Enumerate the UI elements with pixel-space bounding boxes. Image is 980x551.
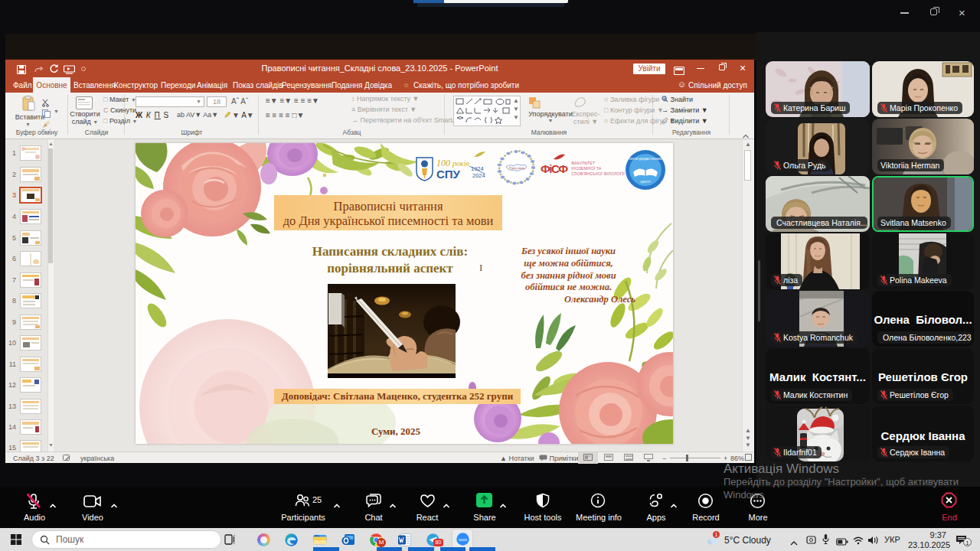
svg-text:100 років: 100 років [436,158,469,168]
svg-text:Рідна мова: Рідна мова [509,166,525,170]
svg-text:1924: 1924 [471,165,484,172]
svg-text:zoom: zoom [459,538,467,542]
svg-text:ФіСФ: ФіСФ [541,162,568,175]
svg-text:ЛІНГВОДИДАКТИЧНИЙ: ЛІНГВОДИДАКТИЧНИЙ [629,157,662,161]
svg-text:СПУ: СПУ [436,168,461,181]
svg-text:ЦЕНТР: ЦЕНТР [640,180,651,184]
svg-text:СЛОВ'ЯНСЬКОЇ ФІЛОЛОГІЇ: СЛОВ'ЯНСЬКОЇ ФІЛОЛОГІЇ [571,171,625,176]
svg-text:ІНОЗЕМНОЇ ТА: ІНОЗЕМНОЇ ТА [571,166,602,171]
svg-text:ФАКУЛЬТЕТ: ФАКУЛЬТЕТ [571,161,596,165]
